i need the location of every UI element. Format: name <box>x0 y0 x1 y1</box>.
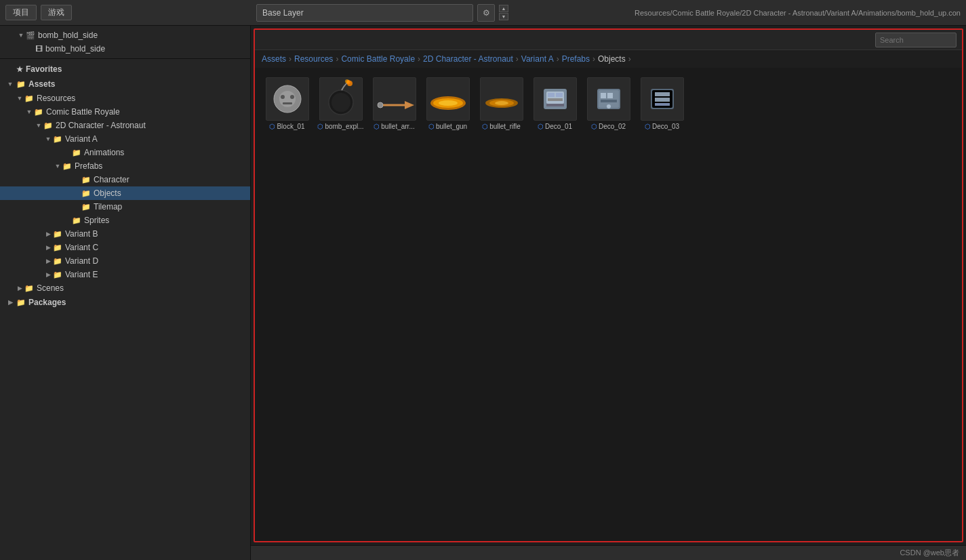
tree-section-packages[interactable]: ▶ 📁 Packages <box>0 295 250 310</box>
breadcrumb-sep: › <box>289 54 291 64</box>
status-bar: CSDN @web思者 <box>251 545 966 560</box>
tree-item-variant-e[interactable]: ▶ 📁 Variant E <box>0 268 250 281</box>
assets-browser: Assets › Resources › Comic Battle Royale… <box>254 28 963 542</box>
tree-arrow: ▼ <box>43 136 53 142</box>
breadcrumb-assets[interactable]: Assets <box>262 54 286 64</box>
asset-deco-01[interactable]: ⬡ Deco_01 <box>529 75 580 133</box>
folder-icon: 📁 <box>62 162 72 171</box>
breadcrumb-nav: Assets › Resources › Comic Battle Royale… <box>255 50 962 68</box>
svg-point-18 <box>495 101 508 105</box>
asset-label-deco03: ⬡ Deco_03 <box>645 123 679 130</box>
right-panel: Assets › Resources › Comic Battle Royale… <box>251 26 966 560</box>
scroll-down[interactable]: ▼ <box>499 13 508 20</box>
asset-label-deco01: ⬡ Deco_01 <box>538 123 572 130</box>
svg-rect-33 <box>655 92 670 96</box>
tree-item-objects[interactable]: 📁 Objects <box>0 186 250 200</box>
prefab-icon: ⬡ <box>538 123 544 130</box>
folder-icon: 📁 <box>24 284 34 293</box>
scroll-up[interactable]: ▲ <box>499 5 508 12</box>
svg-rect-27 <box>601 93 606 98</box>
breadcrumb-sep: › <box>418 54 420 64</box>
asset-bullet-gun[interactable]: ⬡ bullet_gun <box>422 75 473 133</box>
tree-item-label: Sprites <box>84 216 109 225</box>
search-input[interactable] <box>875 33 957 47</box>
breadcrumb-comic[interactable]: Comic Battle Royale <box>341 54 415 64</box>
svg-rect-29 <box>601 100 617 102</box>
tree-item-animations[interactable]: 📁 Animations <box>0 146 250 159</box>
tree-arrow: ▶ <box>15 285 24 292</box>
folder-icon: 📁 <box>34 108 43 117</box>
tree-item-label: Prefabs <box>75 161 102 171</box>
tree-item-resources[interactable]: ▼ 📁 Resources <box>0 92 250 105</box>
prefab-icon: ⬡ <box>428 123 435 130</box>
breadcrumb-resources[interactable]: Resources <box>294 54 333 64</box>
layer-selector[interactable]: Base Layer <box>256 4 473 22</box>
package-icon: 📁 <box>16 298 26 307</box>
prefab-icon: ⬡ <box>645 123 651 130</box>
tree-item-variant-b[interactable]: ▶ 📁 Variant B <box>0 227 250 241</box>
tree-item-bomb-hold-side-1[interactable]: ▼ 🎬 bomb_hold_side <box>0 28 250 42</box>
tab-project[interactable]: 项目 <box>5 5 37 20</box>
folder-icon: 📁 <box>53 135 62 144</box>
breadcrumb-objects: Objects <box>598 54 626 64</box>
tree-arrow: ▼ <box>16 32 26 39</box>
tree-item-label: Variant E <box>65 270 98 279</box>
breadcrumb-sep: › <box>336 54 338 64</box>
tree-item-variant-c[interactable]: ▶ 📁 Variant C <box>0 241 250 254</box>
tree-section-assets[interactable]: ▼ 📁 Assets <box>0 77 250 92</box>
tree-item-tilemap[interactable]: 📁 Tilemap <box>0 200 250 214</box>
tree-item-label: Variant C <box>65 243 98 252</box>
asset-thumb-deco02 <box>587 77 630 121</box>
packages-label: Packages <box>28 298 66 307</box>
tree-item-sprites[interactable]: 📁 Sprites <box>0 214 250 227</box>
svg-rect-23 <box>548 98 563 101</box>
tree-item-variant-d[interactable]: ▶ 📁 Variant D <box>0 254 250 268</box>
folder-icon: 📁 <box>81 203 91 212</box>
prefab-icon: ⬡ <box>591 123 597 130</box>
tree-section-favorites[interactable]: ★ Favorites <box>0 62 250 77</box>
tree-item-label: Character <box>94 175 129 184</box>
tree-item-label: Comic Battle Royale <box>46 107 120 117</box>
svg-point-3 <box>290 95 294 99</box>
svg-rect-4 <box>283 102 292 104</box>
folder-icon: 📁 <box>81 189 91 198</box>
tree-arrow: ▶ <box>43 271 53 278</box>
asset-deco-02[interactable]: ⬡ Deco_02 <box>583 75 634 133</box>
tree-arrow: ▼ <box>24 108 34 115</box>
breadcrumb-prefabs[interactable]: Prefabs <box>562 54 590 64</box>
folder-icon: 📁 <box>72 148 81 157</box>
tree-item-label: 2D Character - Astronaut <box>56 121 146 130</box>
breadcrumb-sep: › <box>557 54 559 64</box>
asset-thumb-deco03 <box>641 77 684 121</box>
tree-item-label: Scenes <box>37 283 64 293</box>
asset-label-bullet-arrow: ⬡ bullet_arr... <box>374 123 414 130</box>
svg-rect-28 <box>607 93 613 98</box>
tree-item-character[interactable]: 📁 Character <box>0 173 250 186</box>
breadcrumb-variant-a[interactable]: Variant A <box>521 54 554 64</box>
tree-item-scenes[interactable]: ▶ 📁 Scenes <box>0 281 250 295</box>
asset-deco-03[interactable]: ⬡ Deco_03 <box>637 75 687 133</box>
asset-bullet-arrow[interactable]: ⬡ bullet_arr... <box>369 75 420 133</box>
tab-game[interactable]: 游戏 <box>41 5 72 20</box>
tree-item-prefabs[interactable]: ▼ 📁 Prefabs <box>0 159 250 173</box>
assets-header <box>255 30 962 50</box>
tree-item-variant-a[interactable]: ▼ 📁 Variant A <box>0 132 250 146</box>
gear-button[interactable]: ⚙ <box>477 4 495 22</box>
tree-item-bomb-hold-side-2[interactable]: 🎞 bomb_hold_side <box>0 42 250 56</box>
tree-item-label: bomb_hold_side <box>45 44 105 54</box>
anim-frame-icon: 🎞 <box>35 45 43 53</box>
tree-arrow: ▶ <box>43 244 53 251</box>
asset-bullet-rifle[interactable]: ⬡ bullet_rifle <box>476 75 527 133</box>
svg-point-30 <box>607 104 611 108</box>
breadcrumb-astronaut[interactable]: 2D Character - Astronaut <box>423 54 513 64</box>
top-bar-left: 项目 游戏 <box>0 5 251 20</box>
tree-item-label: Variant B <box>65 229 98 239</box>
tree-item-2d-character[interactable]: ▼ 📁 2D Character - Astronaut <box>0 119 250 132</box>
favorites-label: Favorites <box>26 64 62 74</box>
asset-bomb-expl[interactable]: ⬡ bomb_expl... <box>315 75 366 133</box>
anim-clip-icon: 🎬 <box>26 31 35 40</box>
tree-item-comic-battle-royale[interactable]: ▼ 📁 Comic Battle Royale <box>0 105 250 119</box>
tree-item-label: Resources <box>37 94 75 103</box>
asset-block-01[interactable]: ⬡ Block_01 <box>262 75 313 133</box>
asset-label-block01: ⬡ Block_01 <box>269 123 304 130</box>
